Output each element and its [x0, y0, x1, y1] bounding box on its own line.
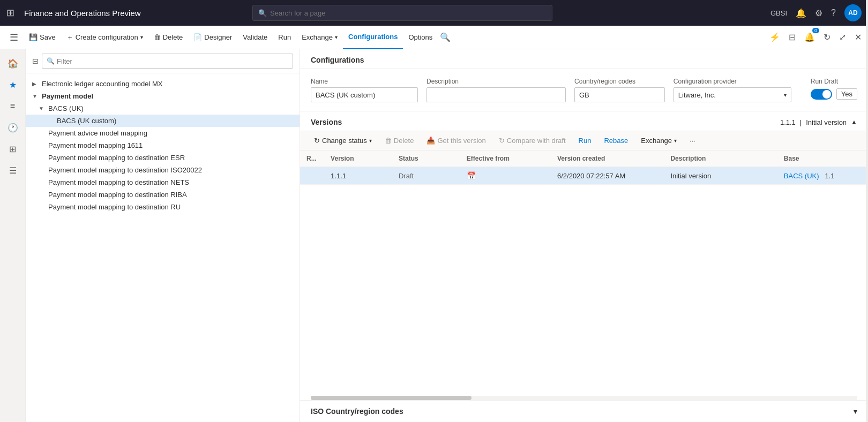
designer-icon: 📄 — [193, 33, 202, 41]
avatar[interactable]: AD — [844, 4, 862, 21]
base-version: 1.1 — [825, 172, 834, 180]
config-provider-select[interactable]: Litware, Inc. ▾ — [674, 87, 791, 102]
designer-button[interactable]: 📄 Designer — [188, 26, 237, 49]
config-provider-field: Configuration provider Litware, Inc. ▾ — [674, 78, 791, 102]
tree-item-dest-nets[interactable]: Payment model mapping to destination NET… — [26, 176, 300, 189]
version-run-button[interactable]: Run — [575, 134, 595, 147]
tree-item-dest-ru[interactable]: Payment model mapping to destination RU — [26, 201, 300, 213]
app-grid-icon[interactable]: ⊞ — [6, 7, 14, 19]
notification-icon[interactable]: 🔔 — [796, 8, 806, 18]
tree-item-bacs-uk-custom[interactable]: BACS (UK custom) — [26, 115, 300, 127]
more-options-button[interactable]: ··· — [686, 134, 699, 147]
collapse-icon: ▼ — [39, 106, 46, 111]
exchange-button[interactable]: Exchange ▾ — [296, 26, 343, 49]
filter-icon: ⊟ — [32, 57, 39, 65]
menu-icon[interactable]: ☰ — [3, 161, 23, 180]
tree-item-mapping-1611[interactable]: Payment model mapping 1611 — [26, 139, 300, 152]
version-delete-button[interactable]: 🗑 Delete — [381, 134, 417, 147]
top-nav-bar: ⊞ Finance and Operations Preview 🔍 GBSI … — [0, 0, 868, 26]
separator: | — [800, 118, 802, 126]
global-search[interactable]: 🔍 — [252, 5, 552, 21]
run-button[interactable]: Run — [273, 26, 296, 49]
cell-r — [300, 167, 324, 185]
tree-item-electronic-ledger[interactable]: ▶ Electronic ledger accounting model MX — [26, 78, 300, 90]
badge-icon[interactable]: 🔔 0 — [802, 30, 817, 44]
popout-icon[interactable]: ⤢ — [837, 30, 848, 44]
col-base: Base — [777, 150, 868, 167]
main-layout: 🏠 ★ ≡ 🕐 ⊞ ☰ ⊟ 🔍 ▶ Electronic ledger acco… — [0, 49, 868, 422]
change-status-button[interactable]: ↻ Change status ▾ — [311, 134, 375, 147]
versions-meta: 1.1.1 | Initial version ▲ — [780, 118, 857, 126]
tree-search-box[interactable]: 🔍 — [42, 54, 293, 69]
scroll-thumb[interactable] — [311, 396, 472, 400]
get-this-version-button[interactable]: 📥 Get this version — [423, 134, 489, 147]
options-button[interactable]: Options — [403, 26, 438, 49]
tree-item-dest-riba[interactable]: Payment model mapping to destination RIB… — [26, 189, 300, 201]
versions-title: Versions — [311, 118, 342, 126]
home-icon[interactable]: 🏠 — [3, 54, 23, 73]
toolbar-right: ⚡ ⊟ 🔔 0 ↻ ⤢ ✕ — [767, 30, 864, 44]
run-draft-field: Run Draft Yes — [811, 78, 857, 100]
star-icon[interactable]: ★ — [3, 75, 23, 94]
chevron-down-icon: ▾ — [784, 92, 787, 98]
settings-icon[interactable]: ⚙ — [815, 8, 822, 18]
panels-icon[interactable]: ⊟ — [787, 30, 798, 44]
compare-icon: ↻ — [499, 137, 505, 145]
version-exchange-button[interactable]: Exchange ▾ — [638, 134, 680, 147]
search-icon-small: 🔍 — [47, 57, 55, 65]
tree-item-payment-model[interactable]: ▼ Payment model — [26, 90, 300, 102]
base-link[interactable]: BACS (UK) — [784, 172, 819, 180]
delete-button[interactable]: 🗑 Delete — [148, 26, 189, 49]
name-field: Name — [311, 78, 418, 102]
config-provider-value: Litware, Inc. — [678, 91, 716, 99]
sidebar-icons: 🏠 ★ ≡ 🕐 ⊞ ☰ — [0, 49, 26, 422]
hamburger-icon[interactable]: ☰ — [4, 28, 24, 47]
content-header: Configurations — [300, 49, 868, 69]
search-icon: 🔍 — [258, 9, 267, 17]
versions-collapse-btn[interactable]: ▲ — [851, 118, 857, 126]
country-input[interactable] — [574, 87, 665, 102]
col-effective-from: Effective from — [460, 150, 551, 167]
compare-with-draft-button[interactable]: ↻ Compare with draft — [496, 134, 569, 147]
tree-item-dest-esr[interactable]: Payment model mapping to destination ESR — [26, 152, 300, 164]
tree-panel: ⊟ 🔍 ▶ Electronic ledger accounting model… — [26, 49, 300, 422]
rebase-button[interactable]: Rebase — [601, 134, 631, 147]
grid-icon[interactable]: ⊞ — [3, 139, 23, 159]
expand-icon: ▶ — [32, 81, 40, 87]
top-nav-right: GBSI 🔔 ⚙ ? AD — [770, 4, 862, 21]
plus-icon: ＋ — [66, 33, 73, 42]
refresh-icon[interactable]: ↻ — [821, 30, 833, 44]
name-input[interactable] — [311, 87, 418, 102]
country-label: Country/region codes — [574, 78, 665, 85]
clock-icon[interactable]: 🕐 — [3, 118, 23, 137]
trash-icon: 🗑 — [154, 33, 161, 41]
tree-item-bacs-uk[interactable]: ▼ BACS (UK) — [26, 102, 300, 115]
save-button[interactable]: 💾 Save — [24, 26, 61, 49]
versions-section: Versions 1.1.1 | Initial version ▲ ↻ Cha… — [300, 111, 868, 400]
horizontal-scrollbar[interactable] — [311, 396, 857, 400]
calendar-icon[interactable]: 📅 — [467, 171, 476, 180]
chevron-down-icon: ▾ — [140, 34, 143, 40]
toggle-row: Yes — [811, 88, 857, 100]
help-icon[interactable]: ? — [831, 8, 836, 18]
tree-filter-input[interactable] — [57, 57, 288, 65]
validate-button[interactable]: Validate — [237, 26, 273, 49]
search-icon[interactable]: 🔍 — [440, 32, 451, 42]
iso-section[interactable]: ISO Country/region codes ▾ — [300, 400, 868, 422]
main-toolbar: ☰ 💾 Save ＋ Create configuration ▾ 🗑 Dele… — [0, 26, 868, 49]
version-toolbar: ↻ Change status ▾ 🗑 Delete 📥 Get this ve… — [300, 131, 868, 150]
create-configuration-button[interactable]: ＋ Create configuration ▾ — [61, 26, 148, 49]
col-description: Description — [664, 150, 777, 167]
close-icon[interactable]: ✕ — [852, 30, 864, 44]
list-icon[interactable]: ≡ — [3, 96, 23, 116]
run-draft-toggle[interactable] — [811, 89, 832, 100]
description-input[interactable] — [426, 87, 566, 102]
table-row[interactable]: 1.1.1 Draft 📅 6/2/2020 07:22:57 AM Initi… — [300, 167, 868, 185]
run-draft-label: Run Draft — [811, 78, 857, 85]
col-version-created: Version created — [551, 150, 664, 167]
search-input[interactable] — [270, 9, 547, 17]
accessibility-icon[interactable]: ⚡ — [767, 30, 782, 44]
tree-item-payment-advice[interactable]: Payment advice model mapping — [26, 127, 300, 139]
tree-item-dest-iso20022[interactable]: Payment model mapping to destination ISO… — [26, 164, 300, 176]
configurations-button[interactable]: Configurations — [343, 26, 403, 49]
